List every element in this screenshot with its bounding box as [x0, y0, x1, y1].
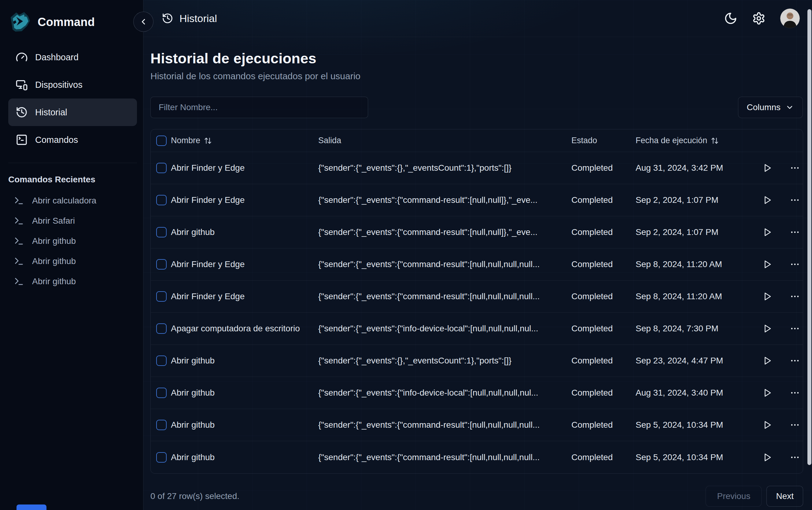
bottom-left-cutoff-element[interactable]	[17, 505, 47, 510]
row-checkbox[interactable]	[156, 227, 167, 237]
recent-command-item[interactable]: Abrir github	[8, 236, 137, 246]
sidebar-nav-label: Comandos	[35, 135, 78, 145]
row-output: {"sender":{"_events":{},"_eventsCount":1…	[318, 356, 571, 366]
row-status: Completed	[571, 324, 636, 334]
row-more-actions-button[interactable]	[788, 161, 802, 175]
chevron-left-icon	[139, 17, 148, 26]
ellipsis-icon	[790, 195, 800, 205]
run-command-button[interactable]	[761, 354, 774, 367]
run-command-button[interactable]	[761, 386, 774, 400]
run-command-button[interactable]	[761, 418, 774, 432]
recent-command-item[interactable]: Abrir calculadora	[8, 196, 137, 206]
select-all-checkbox[interactable]	[156, 136, 167, 146]
run-command-button[interactable]	[761, 161, 774, 175]
previous-page-button[interactable]: Previous	[705, 486, 761, 507]
row-date: Aug 31, 2024, 3:42 PM	[636, 163, 761, 173]
sort-arrows-icon	[204, 137, 212, 145]
table-row: Abrir github {"sender":{"_events":{"comm…	[151, 441, 803, 473]
row-name: Abrir Finder y Edge	[171, 291, 318, 301]
scrollbar-thumb[interactable]	[807, 9, 811, 465]
row-status: Completed	[571, 163, 636, 173]
table-footer: 0 of 27 row(s) selected. Previous Next	[150, 486, 803, 507]
row-status: Completed	[571, 227, 636, 237]
row-output: {"sender":{"_events":{},"_eventsCount":1…	[318, 163, 571, 173]
row-more-actions-button[interactable]	[788, 386, 802, 400]
ellipsis-icon	[790, 388, 800, 398]
row-name: Abrir github	[171, 356, 318, 366]
recent-command-label: Abrir Safari	[32, 216, 75, 226]
row-checkbox[interactable]	[156, 388, 167, 398]
row-output: {"sender":{"_events":{"info-device-local…	[318, 324, 571, 334]
row-name: Abrir github	[171, 420, 318, 430]
table-row: Abrir github {"sender":{"_events":{},"_e…	[151, 345, 803, 377]
run-command-button[interactable]	[761, 225, 774, 239]
row-status: Completed	[571, 195, 636, 205]
row-more-actions-button[interactable]	[788, 290, 802, 303]
dark-mode-toggle[interactable]	[724, 11, 738, 25]
table-row: Abrir github {"sender":{"_events":{"comm…	[151, 409, 803, 441]
terminal-icon	[14, 196, 24, 206]
user-avatar[interactable]	[780, 8, 800, 28]
sidebar-item-dashboard[interactable]: Dashboard	[8, 44, 137, 71]
row-more-actions-button[interactable]	[788, 451, 802, 464]
sort-by-name-button[interactable]: Nombre	[171, 136, 212, 145]
row-date: Sep 23, 2024, 4:47 PM	[636, 356, 761, 366]
settings-button[interactable]	[752, 11, 765, 25]
page-content: Historial de ejecuciones Historial de lo…	[143, 37, 812, 507]
recent-commands-list: Abrir calculadora Abrir Safari Abrir git…	[8, 196, 137, 287]
sidebar-nav-label: Dashboard	[35, 52, 79, 62]
recent-command-label: Abrir calculadora	[32, 196, 96, 206]
row-name: Abrir Finder y Edge	[171, 195, 318, 205]
row-more-actions-button[interactable]	[788, 193, 802, 207]
next-page-button[interactable]: Next	[766, 486, 803, 507]
run-command-button[interactable]	[761, 322, 774, 335]
row-checkbox[interactable]	[156, 356, 167, 366]
row-status: Completed	[571, 452, 636, 462]
row-date: Sep 8, 2024, 7:30 PM	[636, 324, 761, 334]
run-command-button[interactable]	[761, 258, 774, 271]
row-more-actions-button[interactable]	[788, 258, 802, 271]
recent-command-item[interactable]: Abrir Safari	[8, 216, 137, 226]
recent-command-item[interactable]: Abrir github	[8, 256, 137, 266]
recent-command-label: Abrir github	[32, 256, 76, 266]
row-checkbox[interactable]	[156, 452, 167, 462]
row-more-actions-button[interactable]	[788, 418, 802, 432]
row-date: Sep 5, 2024, 10:34 PM	[636, 420, 761, 430]
recent-commands-heading: Comandos Recientes	[8, 175, 137, 185]
play-icon	[763, 196, 772, 205]
scrollbar-track[interactable]	[807, 0, 812, 510]
sidebar-item-comandos[interactable]: Comandos	[8, 126, 137, 153]
row-more-actions-button[interactable]	[788, 322, 802, 335]
collapse-sidebar-button[interactable]	[133, 11, 153, 32]
play-icon	[763, 163, 772, 173]
row-checkbox[interactable]	[156, 163, 167, 173]
table-row: Abrir Finder y Edge {"sender":{"_events"…	[151, 281, 803, 313]
sort-arrows-icon	[711, 137, 719, 145]
row-checkbox[interactable]	[156, 323, 167, 334]
row-checkbox[interactable]	[156, 195, 167, 205]
row-checkbox[interactable]	[156, 420, 167, 430]
sidebar-item-historial[interactable]: Historial	[8, 98, 137, 126]
row-checkbox[interactable]	[156, 291, 167, 302]
sidebar-item-dispositivos[interactable]: Dispositivos	[8, 71, 137, 98]
brand: Command	[8, 7, 137, 37]
recent-command-item[interactable]: Abrir github	[8, 276, 137, 287]
terminal-icon	[14, 236, 24, 246]
row-output: {"sender":{"_events":{"command-result":[…	[318, 452, 571, 462]
table-row: Abrir Finder y Edge {"sender":{"_events"…	[151, 248, 803, 281]
row-checkbox[interactable]	[156, 259, 167, 270]
terminal-icon	[14, 216, 24, 226]
row-output: {"sender":{"_events":{"command-result":[…	[318, 227, 571, 237]
row-name: Abrir github	[171, 452, 318, 462]
sort-by-date-button[interactable]: Fecha de ejecución	[636, 136, 719, 145]
app-title: Command	[38, 16, 95, 29]
table-row: Abrir github {"sender":{"_events":{"comm…	[151, 216, 803, 248]
row-more-actions-button[interactable]	[788, 354, 802, 367]
terminal-icon	[14, 276, 24, 287]
row-more-actions-button[interactable]	[788, 225, 802, 239]
run-command-button[interactable]	[761, 290, 774, 303]
filter-name-input[interactable]	[150, 97, 368, 118]
run-command-button[interactable]	[761, 193, 774, 207]
columns-dropdown-button[interactable]: Columns	[738, 97, 803, 118]
run-command-button[interactable]	[761, 451, 774, 464]
